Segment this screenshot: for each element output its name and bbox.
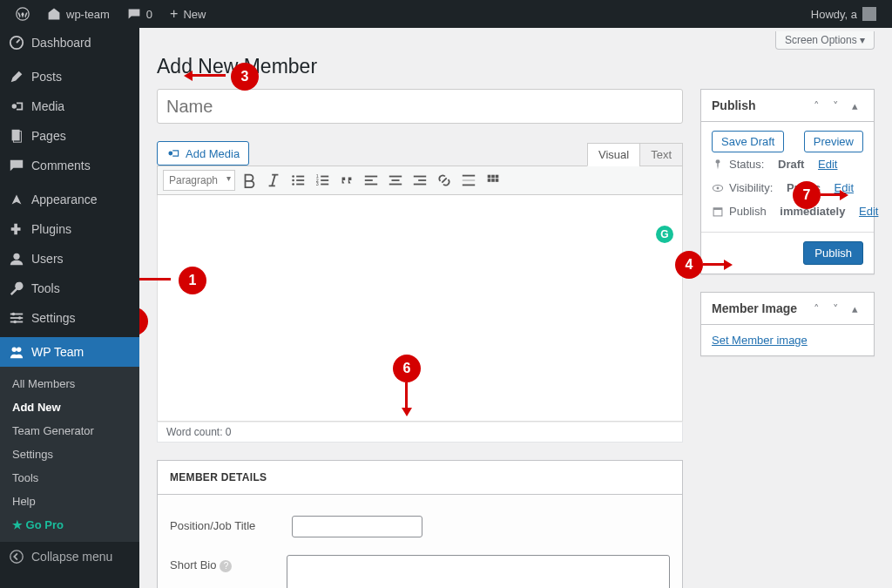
position-input[interactable] xyxy=(292,516,422,537)
sub-team-generator[interactable]: Team Generator xyxy=(0,419,139,443)
menu-wpteam[interactable]: WP Team xyxy=(0,337,139,367)
svg-rect-37 xyxy=(463,175,475,177)
grammarly-icon[interactable] xyxy=(656,226,673,243)
svg-point-16 xyxy=(292,175,294,178)
bio-textarea[interactable] xyxy=(287,555,670,588)
menu-users[interactable]: Users xyxy=(0,244,139,274)
arrow-4 xyxy=(703,263,729,266)
collapse-menu[interactable]: Collapse menu xyxy=(0,542,139,571)
avatar xyxy=(862,7,876,21)
page-title: Add New Member xyxy=(157,50,875,89)
add-media-button[interactable]: Add Media xyxy=(157,141,249,166)
svg-rect-27 xyxy=(321,184,328,186)
toggle-icon[interactable]: ▴ xyxy=(846,97,863,114)
hint-badge-3: 3 xyxy=(233,64,257,89)
svg-rect-32 xyxy=(392,179,400,181)
hint-badge-4: 4 xyxy=(677,253,701,277)
align-left-button[interactable] xyxy=(361,170,382,191)
svg-point-18 xyxy=(292,183,294,186)
site-link[interactable]: wp-team xyxy=(38,0,118,28)
svg-rect-49 xyxy=(713,207,722,209)
submenu-wpteam: All Members Add New Team Generator Setti… xyxy=(0,367,139,542)
menu-plugins[interactable]: Plugins xyxy=(0,214,139,244)
move-up-icon[interactable]: ˄ xyxy=(808,300,825,317)
sub-gopro[interactable]: ★ Go Pro xyxy=(0,513,139,537)
publish-button[interactable]: Publish xyxy=(803,241,863,265)
edit-schedule-link[interactable]: Edit xyxy=(859,205,878,218)
publish-title: Publish xyxy=(712,98,756,112)
svg-rect-41 xyxy=(491,175,495,179)
menu-tools[interactable]: Tools xyxy=(0,274,139,303)
content-editor[interactable] xyxy=(157,195,683,422)
menu-appearance[interactable]: Appearance xyxy=(0,185,139,214)
preview-button[interactable]: Preview xyxy=(804,131,863,152)
sub-settings[interactable]: Settings xyxy=(0,443,139,466)
sub-help[interactable]: Help xyxy=(0,490,139,513)
svg-rect-33 xyxy=(389,184,402,186)
link-button[interactable] xyxy=(434,170,455,191)
admin-sidebar: Dashboard Posts Media Pages Comments App… xyxy=(0,28,139,588)
sub-add-new[interactable]: Add New xyxy=(0,395,139,419)
svg-rect-30 xyxy=(365,184,377,186)
bold-button[interactable] xyxy=(239,170,260,191)
svg-rect-26 xyxy=(321,179,328,181)
quote-button[interactable] xyxy=(336,170,357,191)
save-draft-button[interactable]: Save Draft xyxy=(712,131,784,152)
svg-point-5 xyxy=(13,253,19,260)
svg-point-2 xyxy=(12,104,17,108)
wp-logo[interactable] xyxy=(7,0,38,28)
member-name-input[interactable] xyxy=(157,89,683,124)
svg-point-12 xyxy=(12,348,17,352)
calendar-icon xyxy=(712,206,724,218)
member-details-header: MEMBER DETAILS xyxy=(157,460,683,494)
media-icon xyxy=(166,146,180,160)
bullet-list-button[interactable] xyxy=(287,170,308,191)
move-down-icon[interactable]: ˅ xyxy=(827,300,844,317)
svg-rect-36 xyxy=(414,184,426,186)
sub-tools[interactable]: Tools xyxy=(0,466,139,490)
admin-bar: wp-team 0 +New Howdy, a xyxy=(0,0,892,28)
help-icon[interactable]: ? xyxy=(220,560,232,572)
svg-point-9 xyxy=(12,313,16,316)
menu-settings[interactable]: Settings xyxy=(0,303,139,333)
tab-text[interactable]: Text xyxy=(639,143,683,166)
arrow-6 xyxy=(405,382,408,413)
editor-toolbar: Paragraph 123 xyxy=(157,166,683,195)
menu-pages[interactable]: Pages xyxy=(0,121,139,151)
set-member-image-link[interactable]: Set Member image xyxy=(712,334,808,347)
svg-rect-29 xyxy=(365,179,373,181)
hint-badge-1: 1 xyxy=(180,268,205,293)
edit-status-link[interactable]: Edit xyxy=(818,158,837,171)
svg-rect-45 xyxy=(496,179,499,182)
menu-media[interactable]: Media xyxy=(0,91,139,121)
tab-visual[interactable]: Visual xyxy=(587,143,640,166)
comments-link[interactable]: 0 xyxy=(118,0,161,28)
arrow-3 xyxy=(187,74,226,77)
menu-posts[interactable]: Posts xyxy=(0,62,139,91)
toggle-icon[interactable]: ▴ xyxy=(846,300,863,317)
menu-dashboard[interactable]: Dashboard xyxy=(0,28,139,57)
readmore-button[interactable] xyxy=(458,170,479,191)
svg-rect-39 xyxy=(463,185,475,186)
paragraph-select[interactable]: Paragraph xyxy=(163,170,235,191)
align-right-button[interactable] xyxy=(409,170,430,191)
screen-options-tab[interactable]: Screen Options ▾ xyxy=(775,31,875,50)
align-center-button[interactable] xyxy=(385,170,406,191)
bio-label: Short Bio? xyxy=(170,555,287,588)
svg-point-15 xyxy=(168,152,172,156)
svg-rect-38 xyxy=(463,179,475,181)
italic-button[interactable] xyxy=(263,170,284,191)
svg-rect-19 xyxy=(296,176,304,178)
menu-comments[interactable]: Comments xyxy=(0,151,139,180)
svg-point-13 xyxy=(17,348,21,352)
svg-rect-28 xyxy=(365,176,377,178)
numbered-list-button[interactable]: 123 xyxy=(312,170,333,191)
toolbar-toggle-button[interactable] xyxy=(483,170,503,191)
move-down-icon[interactable]: ˅ xyxy=(827,97,844,114)
new-link[interactable]: +New xyxy=(161,0,214,28)
visibility-icon xyxy=(712,182,724,194)
howdy-link[interactable]: Howdy, a xyxy=(802,0,885,28)
move-up-icon[interactable]: ˄ xyxy=(808,97,825,114)
svg-rect-42 xyxy=(496,175,499,179)
sub-all-members[interactable]: All Members xyxy=(0,372,139,395)
